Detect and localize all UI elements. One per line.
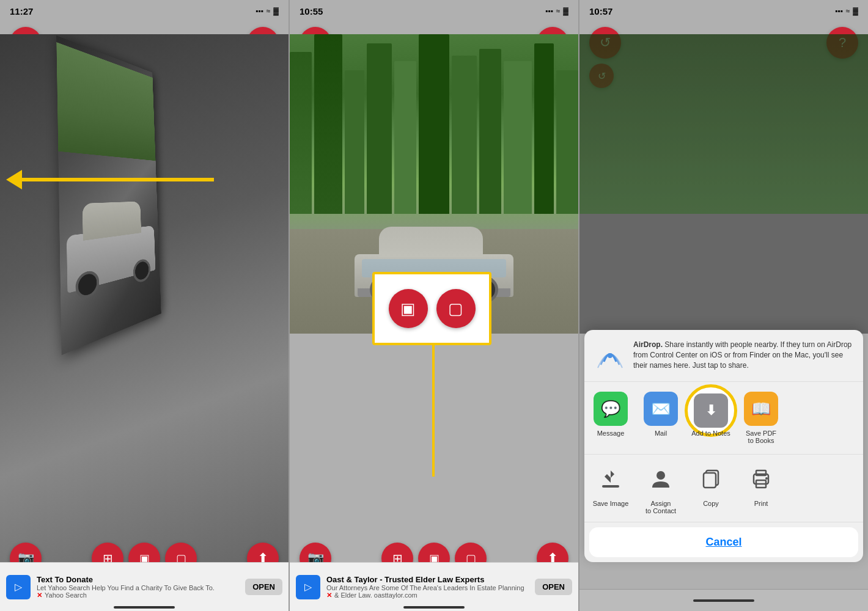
phone-panel-3: 10:57 ▪▪▪ ≈ ▓ ↺ ↺ ? bbox=[579, 0, 868, 611]
ad-banner-2: ▷ Oast & Taylor - Trusted Elder Law Expe… bbox=[290, 562, 578, 611]
contact-icon bbox=[644, 462, 678, 496]
crop-rect-icon: ▢ bbox=[448, 299, 463, 318]
ad-sub2-2: ✕ & Elder Law. oasttaylor.com bbox=[326, 591, 529, 599]
share-item-print[interactable]: Print bbox=[740, 462, 782, 514]
arrow-line bbox=[22, 178, 214, 181]
svg-rect-5 bbox=[704, 473, 716, 488]
status-icons-1: ▪▪▪ ≈ ▓ bbox=[256, 7, 279, 15]
home-indicator-1 bbox=[114, 606, 175, 609]
crop-icon-box-1[interactable]: ▣ bbox=[389, 289, 428, 328]
wifi-icon-1: ≈ bbox=[267, 7, 271, 15]
share-apps-row: 💬 Message ✉️ Mail ⬇ Add bbox=[584, 382, 863, 455]
ad-title-2: Oast & Taylor - Trusted Elder Law Expert… bbox=[326, 575, 529, 584]
home-indicator-2 bbox=[403, 606, 465, 609]
airdrop-svg-icon bbox=[595, 340, 625, 371]
notes-label: Add to Notes bbox=[691, 430, 730, 437]
tree5 bbox=[394, 61, 416, 214]
phone-panel-2: 10:55 ▪▪▪ ≈ ▓ ↺ ↺ ? bbox=[290, 0, 579, 611]
ad-title-1: Text To Donate bbox=[37, 575, 239, 584]
share-item-contact[interactable]: Assign to Contact bbox=[639, 462, 682, 514]
notes-icon: ⬇ bbox=[705, 403, 716, 419]
home-indicator-3 bbox=[693, 599, 754, 602]
share-item-mail[interactable]: ✉️ Mail bbox=[639, 392, 682, 444]
share-item-message[interactable]: 💬 Message bbox=[589, 392, 632, 444]
tree6 bbox=[419, 34, 449, 214]
status-time-1: 11:27 bbox=[10, 6, 33, 16]
airdrop-section: AirDrop. Share instantly with people nea… bbox=[584, 330, 863, 382]
books-icon: 📖 bbox=[751, 400, 771, 419]
dim-overlay bbox=[579, 34, 868, 334]
tree11 bbox=[556, 70, 578, 214]
share-item-save[interactable]: Save Image bbox=[589, 462, 632, 514]
tree3 bbox=[345, 70, 364, 214]
crop-square-icon: ▣ bbox=[400, 299, 416, 318]
wifi-icon-2: ≈ bbox=[556, 7, 561, 15]
arrow-head-left bbox=[6, 170, 22, 189]
ad-x-icon-2: ✕ bbox=[326, 591, 332, 599]
share-actions-row: Save Image Assign to Contact bbox=[584, 455, 863, 522]
signal-icon-1: ▪▪▪ bbox=[256, 7, 263, 15]
status-bar-2: 10:55 ▪▪▪ ≈ ▓ bbox=[290, 0, 578, 22]
suv-roof bbox=[379, 227, 483, 257]
print-icon bbox=[744, 462, 778, 496]
copy-label: Copy bbox=[703, 500, 719, 507]
yellow-pointer-line bbox=[432, 345, 435, 477]
status-bar-1: 11:27 ▪▪▪ ≈ ▓ bbox=[0, 0, 289, 22]
tree4 bbox=[367, 43, 392, 214]
crop-icon-box-2[interactable]: ▢ bbox=[436, 289, 476, 328]
open-button-2[interactable]: OPEN bbox=[535, 579, 572, 595]
svg-rect-8 bbox=[756, 470, 766, 475]
share-item-notes[interactable]: ⬇ Add to Notes bbox=[690, 392, 732, 444]
copy-icon bbox=[694, 462, 728, 496]
share-item-books[interactable]: 📖 Save PDF to Books bbox=[740, 392, 782, 444]
mail-icon-circle: ✉️ bbox=[644, 392, 678, 426]
signal-icon-3: ▪▪▪ bbox=[835, 7, 843, 15]
ad-icon-symbol-2: ▷ bbox=[304, 581, 312, 593]
ad-sub-1: Let Yahoo Search Help You Find a Charity… bbox=[37, 584, 239, 591]
ad-icon-1: ▷ bbox=[6, 575, 31, 599]
open-button-1[interactable]: OPEN bbox=[245, 579, 282, 595]
status-time-2: 10:55 bbox=[300, 6, 323, 16]
battery-icon-2: ▓ bbox=[563, 7, 568, 15]
tree7 bbox=[452, 56, 477, 214]
share-item-copy[interactable]: Copy bbox=[690, 462, 732, 514]
cancel-button[interactable]: Cancel bbox=[705, 536, 741, 549]
tree9 bbox=[504, 61, 531, 214]
ad-icon-2: ▷ bbox=[296, 575, 320, 599]
ad-icon-symbol-1: ▷ bbox=[15, 581, 22, 593]
message-label: Message bbox=[597, 430, 625, 437]
message-icon: 💬 bbox=[601, 400, 620, 419]
car-area-1 bbox=[0, 34, 289, 562]
share-sheet: AirDrop. Share instantly with people nea… bbox=[584, 330, 863, 562]
message-icon-circle: 💬 bbox=[594, 392, 628, 426]
svg-marker-2 bbox=[605, 470, 617, 483]
ad-banner-1: ▷ Text To Donate Let Yahoo Search Help Y… bbox=[0, 562, 289, 611]
car-photo-bg-3 bbox=[579, 34, 868, 334]
bottom-strip-3 bbox=[579, 589, 868, 611]
status-bar-3: 10:57 ▪▪▪ ≈ ▓ bbox=[579, 0, 868, 22]
contact-label: Assign to Contact bbox=[645, 500, 676, 514]
car-body-tilted bbox=[66, 198, 156, 293]
tree10 bbox=[534, 43, 554, 214]
tree2 bbox=[314, 34, 342, 214]
ad-sub2-1: ✕ Yahoo Search bbox=[37, 591, 239, 599]
phone-panel-1: 11:27 ▪▪▪ ≈ ▓ ↺ ↺ ? bbox=[0, 0, 290, 611]
yellow-arrow bbox=[6, 169, 214, 191]
ad-x-icon-1: ✕ bbox=[37, 591, 42, 599]
tree8 bbox=[479, 49, 501, 214]
airdrop-description: AirDrop. Share instantly with people nea… bbox=[633, 340, 853, 370]
ad-text-2: Oast & Taylor - Trusted Elder Law Expert… bbox=[326, 575, 529, 599]
print-label: Print bbox=[754, 500, 768, 507]
mail-icon: ✉️ bbox=[651, 400, 671, 419]
status-icons-3: ▪▪▪ ≈ ▓ bbox=[835, 7, 858, 15]
books-icon-circle: 📖 bbox=[744, 392, 778, 426]
svg-rect-1 bbox=[602, 485, 619, 488]
signal-icon-2: ▪▪▪ bbox=[545, 7, 553, 15]
svg-point-9 bbox=[765, 477, 768, 480]
books-label: Save PDF to Books bbox=[746, 430, 776, 444]
airdrop-icon-container bbox=[594, 340, 626, 371]
battery-icon-1: ▓ bbox=[273, 7, 279, 15]
ad-text-1: Text To Donate Let Yahoo Search Help You… bbox=[37, 575, 239, 599]
status-icons-2: ▪▪▪ ≈ ▓ bbox=[545, 7, 568, 15]
status-time-3: 10:57 bbox=[589, 6, 612, 16]
